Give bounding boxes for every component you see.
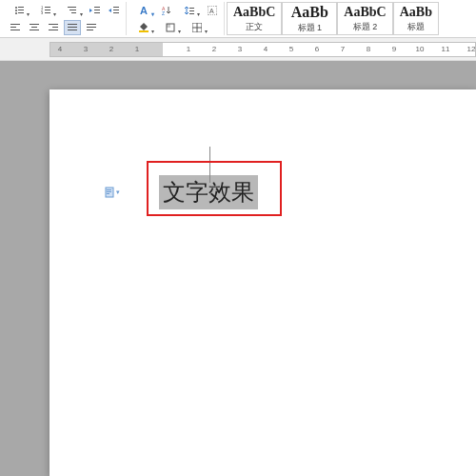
watermark: Baidu 经验 jingyan.baidu.com: [389, 439, 466, 468]
align-left-button[interactable]: [7, 20, 24, 35]
svg-rect-39: [189, 10, 194, 11]
svg-point-0: [15, 7, 17, 9]
svg-rect-50: [107, 189, 111, 190]
svg-rect-18: [113, 7, 119, 8]
svg-text:A: A: [209, 8, 214, 14]
svg-rect-34: [87, 27, 96, 28]
selected-text[interactable]: 文字效果: [159, 175, 258, 209]
multilevel-list-button[interactable]: [60, 3, 85, 18]
svg-rect-51: [107, 191, 111, 192]
svg-rect-5: [18, 12, 24, 13]
svg-rect-19: [113, 10, 119, 10]
svg-rect-9: [45, 10, 50, 10]
style-preview: AaBbC: [233, 5, 275, 20]
svg-rect-40: [189, 13, 194, 14]
svg-rect-11: [45, 12, 50, 13]
increase-indent-button[interactable]: [106, 3, 123, 18]
styles-gallery: AaBbC 正文 AaBb 标题 1 AaBbC 标题 2 AaBb 标题: [227, 2, 439, 35]
style-heading2[interactable]: AaBbC 标题 2: [337, 2, 392, 35]
svg-rect-52: [107, 193, 109, 194]
ruler-area: 4 3 2 1 1 2 3 4 5 6 7 8 9 10 11 12: [0, 38, 476, 61]
line-spacing-button[interactable]: [177, 3, 202, 18]
svg-rect-28: [52, 27, 58, 28]
svg-rect-22: [10, 27, 16, 28]
svg-rect-25: [31, 27, 37, 28]
svg-rect-27: [49, 24, 58, 25]
svg-rect-16: [94, 10, 100, 10]
document-page[interactable]: ▾ 文字效果: [50, 89, 476, 476]
svg-rect-38: [189, 8, 194, 9]
svg-rect-21: [10, 24, 20, 25]
align-distributed-button[interactable]: [83, 20, 100, 35]
style-label: 标题: [407, 21, 425, 33]
ribbon-toolbar: 123: [0, 0, 476, 38]
sort-button[interactable]: AZ: [158, 3, 175, 18]
watermark-main: Baidu 经验: [389, 439, 466, 457]
cursor-indicator: [209, 147, 210, 183]
svg-point-4: [15, 12, 17, 14]
horizontal-ruler[interactable]: 4 3 2 1 1 2 3 4 5 6 7 8 9 10 11 12: [50, 42, 476, 57]
show-marks-button[interactable]: A: [204, 3, 221, 18]
style-label: 标题 2: [353, 21, 378, 33]
align-justify-button[interactable]: [64, 20, 81, 35]
align-right-button[interactable]: [45, 20, 62, 35]
number-list-button[interactable]: 123: [33, 3, 58, 18]
svg-rect-24: [30, 24, 39, 25]
svg-rect-43: [139, 30, 149, 32]
style-title[interactable]: AaBb 标题: [393, 2, 439, 35]
style-preview: AaBbC: [344, 5, 386, 20]
svg-rect-32: [68, 30, 77, 30]
shading-button[interactable]: [131, 20, 156, 35]
table-button[interactable]: [185, 20, 209, 35]
watermark-sub: jingyan.baidu.com: [389, 457, 466, 468]
svg-text:Z: Z: [162, 10, 165, 15]
svg-rect-7: [45, 7, 50, 8]
text-effects-button[interactable]: A: [131, 3, 156, 18]
workspace: ▾ 文字效果: [0, 61, 476, 476]
svg-rect-3: [18, 10, 24, 10]
svg-rect-15: [94, 7, 100, 8]
style-preview: AaBb: [291, 4, 328, 21]
decrease-indent-button[interactable]: [87, 3, 104, 18]
format-group: A AZ A: [129, 2, 225, 35]
svg-rect-29: [49, 30, 58, 30]
bullet-list-button[interactable]: [7, 3, 31, 18]
svg-rect-12: [68, 7, 76, 8]
paragraph-marker[interactable]: ▾: [105, 187, 120, 198]
svg-point-2: [15, 10, 17, 11]
svg-rect-23: [10, 30, 20, 30]
style-label: 标题 1: [298, 22, 323, 34]
style-heading1[interactable]: AaBb 标题 1: [282, 2, 337, 35]
paragraph-group: 123: [4, 2, 127, 35]
svg-rect-1: [18, 7, 24, 8]
style-normal[interactable]: AaBbC 正文: [227, 2, 282, 35]
svg-rect-31: [68, 27, 77, 28]
svg-rect-45: [167, 24, 170, 28]
svg-rect-30: [68, 24, 77, 25]
style-label: 正文: [246, 21, 263, 33]
borders-button[interactable]: [158, 20, 183, 35]
chevron-down-icon: ▾: [116, 188, 120, 196]
svg-text:3: 3: [41, 10, 44, 15]
style-preview: AaBb: [400, 5, 432, 20]
svg-rect-26: [30, 30, 39, 30]
svg-rect-13: [69, 10, 76, 10]
svg-rect-33: [87, 24, 96, 25]
svg-rect-20: [113, 12, 119, 13]
svg-rect-17: [94, 12, 100, 13]
svg-rect-35: [87, 30, 93, 30]
align-center-button[interactable]: [26, 20, 43, 35]
svg-rect-14: [71, 12, 76, 13]
